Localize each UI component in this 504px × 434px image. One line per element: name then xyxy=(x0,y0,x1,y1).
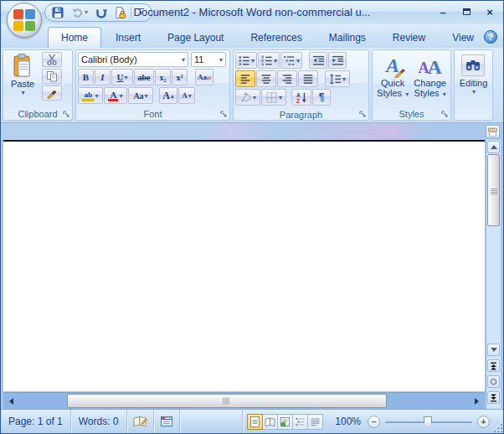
cut-button[interactable] xyxy=(42,52,62,67)
format-painter-button[interactable] xyxy=(42,85,62,101)
draft-view-button[interactable] xyxy=(307,414,323,430)
font-size-combo[interactable]: 11 ▾ xyxy=(191,52,226,67)
status-bar: Page: 1 of 1 Words: 0 xyxy=(1,409,503,433)
change-case-button[interactable]: Aa ▾ xyxy=(128,87,153,104)
bullets-dropdown-icon[interactable]: ▾ xyxy=(251,57,255,65)
eraser-icon xyxy=(207,74,211,81)
office-button[interactable] xyxy=(7,3,42,38)
previous-page-button[interactable] xyxy=(487,359,500,372)
text-highlight-button[interactable]: ab ▾ xyxy=(78,87,103,104)
document-page[interactable] xyxy=(3,140,485,391)
justify-button[interactable] xyxy=(298,70,318,87)
superscript-button[interactable]: x² xyxy=(172,69,188,85)
shading-dropdown-icon[interactable]: ▾ xyxy=(253,94,256,101)
borders-button[interactable]: ▾ xyxy=(261,89,286,106)
tab-review[interactable]: Review xyxy=(380,28,438,48)
proofing-status-button[interactable] xyxy=(127,410,154,433)
borders-dropdown-icon[interactable]: ▾ xyxy=(279,94,282,101)
window-controls: – × xyxy=(436,5,496,18)
multilevel-dropdown-icon[interactable]: ▾ xyxy=(296,57,300,65)
ribbon-group-styles: A Quick Styles ▾ A A Change S xyxy=(372,49,451,121)
sort-button[interactable]: A Z xyxy=(291,89,311,106)
zoom-in-button[interactable]: + xyxy=(477,416,490,428)
vertical-scroll-thumb[interactable] xyxy=(487,154,500,226)
tab-insert[interactable]: Insert xyxy=(103,28,153,48)
zoom-out-button[interactable]: – xyxy=(368,416,380,428)
minimize-button[interactable]: – xyxy=(436,5,450,18)
full-screen-reading-view-button[interactable] xyxy=(262,414,278,430)
scroll-up-button[interactable] xyxy=(487,141,500,153)
increase-indent-button[interactable] xyxy=(328,52,347,69)
shrink-font-button[interactable]: A▾ xyxy=(178,87,195,104)
bold-button[interactable]: B xyxy=(78,69,94,85)
strikethrough-button[interactable]: abe xyxy=(134,69,154,85)
align-right-button[interactable] xyxy=(277,70,297,87)
svg-text:Z: Z xyxy=(296,97,299,103)
zoom-slider[interactable] xyxy=(385,416,472,428)
horizontal-scroll-thumb[interactable] xyxy=(67,394,387,408)
macro-recording-button[interactable] xyxy=(154,410,180,433)
quick-styles-button[interactable]: A Quick Styles ▾ xyxy=(374,53,411,101)
scroll-down-button[interactable] xyxy=(487,344,500,356)
editing-button[interactable]: Editing ▾ xyxy=(457,53,491,118)
scroll-right-button[interactable] xyxy=(471,395,483,407)
decrease-indent-button[interactable] xyxy=(309,52,327,69)
zoom-slider-thumb[interactable] xyxy=(424,416,432,427)
align-left-button[interactable] xyxy=(235,70,255,87)
group-label-paragraph: Paragraph xyxy=(234,109,368,120)
clear-formatting-button[interactable]: Aa xyxy=(195,69,213,85)
tab-page-layout[interactable]: Page Layout xyxy=(155,28,236,48)
select-browse-object-button[interactable] xyxy=(487,375,500,388)
scroll-left-button[interactable] xyxy=(5,395,18,407)
horizontal-scrollbar[interactable] xyxy=(3,392,485,409)
underline-dropdown-icon[interactable]: ▾ xyxy=(124,74,127,81)
zoom-level-button[interactable]: 100% xyxy=(328,410,368,433)
web-layout-view-button[interactable] xyxy=(277,414,293,430)
tab-view[interactable]: View xyxy=(440,28,486,48)
resize-grip[interactable] xyxy=(491,421,502,432)
line-spacing-dropdown-icon[interactable]: ▾ xyxy=(342,75,346,83)
bullets-button[interactable]: ▾ xyxy=(235,52,257,69)
shading-button[interactable]: ▾ xyxy=(235,89,260,106)
numbering-dropdown-icon[interactable]: ▾ xyxy=(274,57,277,65)
vertical-scrollbar[interactable] xyxy=(486,140,501,409)
line-spacing-button[interactable]: ▾ xyxy=(325,70,350,87)
tab-references[interactable]: References xyxy=(238,28,314,48)
change-case-dropdown-icon[interactable]: ▾ xyxy=(145,92,148,100)
help-button[interactable]: ? xyxy=(484,30,497,44)
show-hide-pilcrow-button[interactable]: ¶ xyxy=(312,89,331,106)
maximize-button[interactable] xyxy=(460,5,473,18)
change-styles-button[interactable]: A A Change Styles ▾ xyxy=(411,53,449,101)
office-logo-icon xyxy=(12,8,37,33)
paragraph-dialog-launcher[interactable] xyxy=(359,111,367,118)
copy-button[interactable] xyxy=(42,69,62,84)
ribbon-group-editing: Editing ▾ xyxy=(454,49,493,121)
print-layout-icon xyxy=(249,416,260,427)
font-name-combo[interactable]: Calibri (Body) ▾ xyxy=(78,52,188,67)
grow-font-button[interactable]: A▴ xyxy=(159,87,177,104)
page-count-status[interactable]: Page: 1 of 1 xyxy=(1,410,71,433)
highlight-dropdown-icon[interactable]: ▾ xyxy=(95,92,98,100)
numbering-button[interactable]: ▾ xyxy=(258,52,280,69)
align-center-button[interactable] xyxy=(256,70,276,87)
next-page-button[interactable] xyxy=(487,391,500,404)
underline-button[interactable]: U▾ xyxy=(111,69,133,85)
tab-home[interactable]: Home xyxy=(48,27,101,48)
subscript-button[interactable]: x₂ xyxy=(155,69,171,85)
font-dialog-launcher[interactable] xyxy=(220,111,228,118)
close-button[interactable]: × xyxy=(483,5,496,18)
outline-view-button[interactable] xyxy=(292,414,308,430)
italic-button[interactable]: I xyxy=(95,69,111,85)
ruler-toggle-button[interactable] xyxy=(486,125,500,138)
paste-button[interactable]: Paste ▾ xyxy=(5,52,40,106)
multilevel-list-button[interactable]: ▾ xyxy=(280,52,302,69)
word-count-status[interactable]: Words: 0 xyxy=(71,410,127,433)
clipboard-dialog-launcher[interactable] xyxy=(63,111,70,118)
print-layout-view-button[interactable] xyxy=(247,414,263,430)
font-color-dropdown-icon[interactable]: ▾ xyxy=(119,92,122,100)
font-color-button[interactable]: A ▾ xyxy=(104,87,127,104)
tab-mailings[interactable]: Mailings xyxy=(316,28,378,48)
binoculars-icon xyxy=(465,59,481,72)
styles-dialog-launcher[interactable] xyxy=(441,111,449,118)
paste-dropdown-icon[interactable]: ▾ xyxy=(21,89,24,96)
